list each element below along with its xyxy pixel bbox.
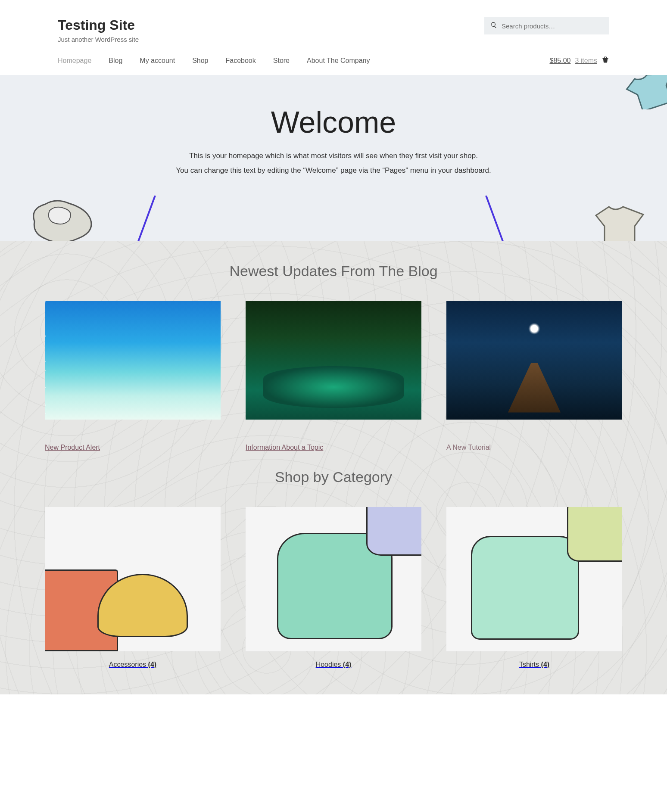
cart-link[interactable]: $85.00 3 items bbox=[549, 56, 609, 65]
category-label: Accessories (4) bbox=[45, 661, 221, 669]
category-label: Tshirts (4) bbox=[446, 661, 622, 669]
nav-homepage[interactable]: Homepage bbox=[58, 57, 91, 65]
nav-about[interactable]: About The Company bbox=[307, 57, 370, 65]
category-card-hoodies[interactable]: Hoodies (4) bbox=[246, 507, 421, 669]
search-icon bbox=[490, 22, 502, 30]
branding: Testing Site Just another WordPress site bbox=[58, 17, 139, 43]
primary-nav: Homepage Blog My account Shop Facebook S… bbox=[58, 56, 609, 75]
blog-title-link[interactable]: Information About a Topic bbox=[246, 444, 323, 451]
cart-items-count: 3 items bbox=[575, 57, 597, 65]
blog-image bbox=[45, 301, 221, 420]
svg-line-0 bbox=[126, 196, 155, 241]
blog-image-link[interactable] bbox=[246, 301, 421, 420]
blog-image-link[interactable] bbox=[446, 301, 622, 420]
category-image bbox=[446, 507, 622, 651]
blog-image-link[interactable] bbox=[45, 301, 221, 420]
blog-section: Newest Updates From The Blog New Product… bbox=[0, 241, 667, 694]
hero-title: Welcome bbox=[0, 105, 667, 140]
nav-blog[interactable]: Blog bbox=[109, 57, 122, 65]
annotation-arrow-right bbox=[482, 196, 521, 241]
category-name: Tshirts bbox=[519, 661, 539, 668]
search-input[interactable] bbox=[502, 22, 603, 30]
category-count: (4) bbox=[148, 661, 157, 668]
category-name: Accessories bbox=[109, 661, 146, 668]
category-name: Hoodies bbox=[316, 661, 341, 668]
category-section-title: Shop by Category bbox=[0, 469, 667, 485]
blog-card: A New Tutorial bbox=[446, 301, 622, 451]
category-count: (4) bbox=[343, 661, 352, 668]
search-box[interactable] bbox=[484, 17, 609, 34]
blog-image bbox=[446, 301, 622, 420]
category-image bbox=[246, 507, 421, 651]
site-tagline: Just another WordPress site bbox=[58, 36, 139, 43]
cart-total: $85.00 bbox=[549, 57, 570, 65]
hero-line-2: You can change this text by editing the … bbox=[0, 166, 667, 175]
svg-line-2 bbox=[486, 196, 515, 241]
annotation-arrow-left bbox=[121, 196, 159, 241]
blog-title[interactable]: A New Tutorial bbox=[446, 444, 491, 451]
nav-my-account[interactable]: My account bbox=[140, 57, 175, 65]
hero-line-1: This is your homepage which is what most… bbox=[0, 152, 667, 160]
basket-icon bbox=[602, 56, 609, 65]
category-label: Hoodies (4) bbox=[246, 661, 421, 669]
blog-section-title: Newest Updates From The Blog bbox=[0, 263, 667, 280]
hoodie-illustration bbox=[26, 196, 99, 241]
category-card-tshirts[interactable]: Tshirts (4) bbox=[446, 507, 622, 669]
site-title[interactable]: Testing Site bbox=[58, 17, 139, 33]
tshirt-illustration-top bbox=[624, 75, 667, 109]
nav-shop[interactable]: Shop bbox=[192, 57, 208, 65]
nav-store[interactable]: Store bbox=[273, 57, 290, 65]
blog-card: New Product Alert bbox=[45, 301, 221, 451]
category-card-accessories[interactable]: Accessories (4) bbox=[45, 507, 221, 669]
hero: Welcome This is your homepage which is w… bbox=[0, 75, 667, 241]
blog-image bbox=[246, 301, 421, 420]
nav-facebook[interactable]: Facebook bbox=[226, 57, 256, 65]
blog-card: Information About a Topic bbox=[246, 301, 421, 451]
category-count: (4) bbox=[541, 661, 550, 668]
blog-title-link[interactable]: New Product Alert bbox=[45, 444, 100, 451]
category-image bbox=[45, 507, 221, 651]
tshirt-illustration-right bbox=[589, 202, 650, 241]
